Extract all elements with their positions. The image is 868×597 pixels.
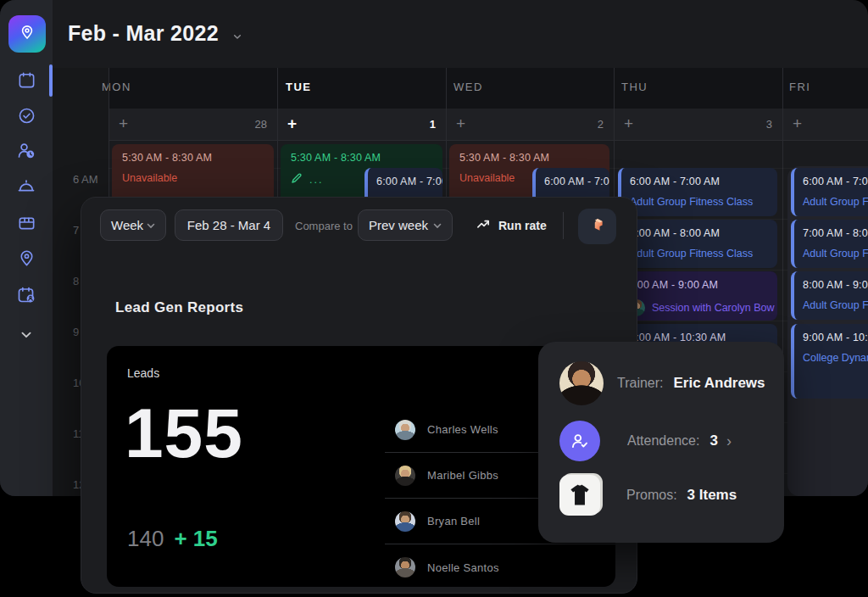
tshirt-promo-icon (559, 475, 600, 516)
time-label: 6 AM (73, 173, 98, 186)
app-logo[interactable] (8, 15, 46, 53)
event-class[interactable]: 9:00 AM - 10:30 AM College Dynamics (791, 324, 868, 399)
date-number: 2 (570, 118, 604, 131)
promos-value: 3 Items (687, 487, 737, 504)
leads-label: Leads (127, 366, 159, 380)
sidebar (0, 0, 53, 496)
sidebar-item-clients[interactable] (16, 142, 36, 163)
check-circle-icon (17, 106, 36, 129)
page-title: Feb - Mar 2022 (68, 21, 219, 46)
map-pin-icon (17, 248, 36, 271)
compare-dropdown[interactable]: Prev week (358, 209, 453, 241)
add-event-button[interactable]: + (456, 114, 465, 133)
attendance-row[interactable]: Attendence: 3 › (559, 421, 771, 461)
add-event-button[interactable]: + (119, 114, 128, 133)
event-class[interactable]: 7:00 AM - 8:00 AM Adult Group Fitness Cl… (791, 220, 868, 268)
time-label: 8 (73, 275, 79, 287)
avatar (395, 557, 415, 577)
leads-delta: + 15 (174, 526, 217, 552)
user-clock-icon (16, 141, 36, 165)
attendance-label: Attendence: (627, 433, 699, 449)
leads-previous: 140 (127, 526, 164, 552)
date-number: 28 (233, 118, 267, 131)
list-item[interactable]: Noelle Santos (385, 544, 615, 590)
event-session[interactable]: 8:00 AM - 9:00 AM Session with Carolyn B… (618, 271, 777, 321)
chevron-down-icon (17, 325, 36, 347)
event-class[interactable]: 8:00 AM - 9:00 AM Adult Group Fitness Cl… (791, 271, 868, 320)
sidebar-item-bookings[interactable] (16, 287, 36, 307)
event-class[interactable]: 6:00 AM - 7:00 AM Adult Group Fitness Cl… (618, 168, 777, 216)
chevron-right-icon: › (726, 432, 732, 450)
package-icon (17, 213, 36, 236)
trainer-label: Trainer: (617, 376, 664, 391)
sidebar-item-packages[interactable] (16, 214, 36, 234)
title-dropdown[interactable] (231, 30, 244, 47)
date-number: 3 (738, 118, 772, 131)
period-dropdown[interactable]: Week (100, 209, 166, 241)
day-header-thu: THU (621, 81, 648, 93)
divider (563, 212, 564, 239)
leads-comparison: 140 + 15 (127, 526, 218, 552)
time-label: 9 (73, 326, 79, 338)
add-event-button[interactable]: + (287, 114, 297, 133)
promos-label: Promos: (626, 488, 677, 503)
attendance-value: 3 (709, 432, 717, 449)
date-range-picker[interactable]: Feb 28 - Mar 4 (175, 209, 283, 241)
add-event-button[interactable]: + (624, 114, 633, 133)
sidebar-expand-chevron[interactable] (16, 326, 36, 346)
sidebar-item-services[interactable] (16, 178, 36, 198)
integration-button[interactable] (578, 209, 616, 244)
service-bell-icon (16, 176, 36, 200)
date-number: 1 (402, 118, 436, 131)
screen: Feb - Mar 2022 MON TUE WED THU FRI + + +… (0, 0, 868, 597)
add-event-button[interactable]: + (793, 114, 802, 133)
event-class[interactable]: 7:00 AM - 8:00 AM Adult Group Fitness Cl… (618, 220, 777, 268)
day-header-tue: TUE (286, 81, 312, 93)
calendar-user-icon (16, 285, 36, 309)
compare-to-label: Compare to (295, 220, 353, 232)
leads-value: 155 (125, 393, 243, 473)
trainer-row: Trainer: Eric Andrews (559, 361, 771, 405)
location-pin-icon (19, 24, 36, 44)
day-header-mon: MON (102, 81, 131, 93)
event-class[interactable]: 6:00 AM - 7:00 AM Adult Group Fitness Cl… (791, 168, 868, 216)
promos-row[interactable]: Promos: 3 Items (559, 475, 771, 516)
trainer-name: Eric Andrews (674, 375, 765, 392)
calendar-icon (17, 70, 36, 93)
day-header-fri: FRI (789, 81, 810, 93)
avatar (395, 466, 415, 486)
chevron-down-icon (433, 218, 442, 232)
avatar (395, 420, 415, 440)
sidebar-item-locations[interactable] (16, 249, 36, 270)
panel-title: Lead Gen Reports (115, 299, 243, 316)
power-bi-icon (588, 216, 606, 237)
avatar (559, 361, 604, 405)
session-details-card: Trainer: Eric Andrews Attendence: 3 › Pr… (538, 342, 784, 543)
sidebar-item-tasks[interactable] (16, 107, 36, 127)
run-rate-toggle[interactable]: Run rate (476, 217, 547, 234)
user-check-icon (559, 421, 600, 461)
chevron-down-icon (147, 218, 155, 232)
trending-up-icon (476, 217, 491, 234)
sidebar-item-calendar[interactable] (16, 71, 36, 92)
pencil-icon (291, 172, 303, 187)
day-header-wed: WED (453, 81, 483, 93)
time-label: 7 (73, 224, 79, 237)
avatar (395, 511, 415, 532)
